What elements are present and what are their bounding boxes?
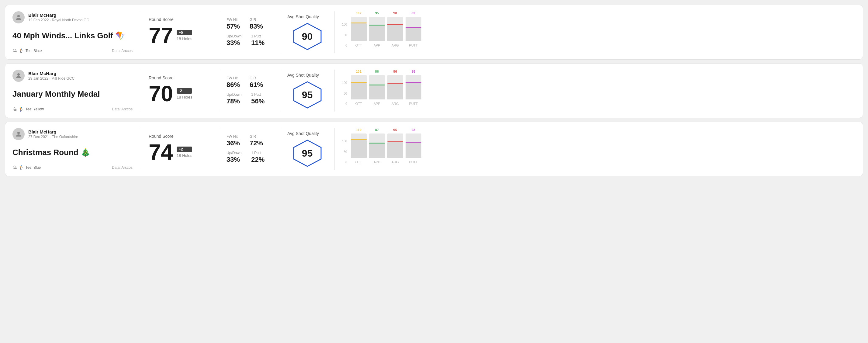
user-row: Blair McHarg29 Jan 2022 · Mill Ride GCC <box>12 70 132 82</box>
data-source-label: Data: Arccos <box>112 49 132 53</box>
bar-fill <box>351 23 367 41</box>
round-card-round-3: Blair McHarg27 Dec 2021 · The Oxfordshir… <box>5 122 863 176</box>
bar-group: 93PUTT <box>406 128 422 164</box>
user-name: Blair McHarg <box>28 71 74 76</box>
up-down-stat: Up/Down 78% <box>226 92 241 105</box>
bar-group: 86APP <box>369 70 385 105</box>
stats-section: FW Hit 86% GIR 61% Up/Down 78% 1 Putt 56… <box>219 70 280 112</box>
bar-line <box>388 24 403 25</box>
quality-section: Avg Shot Quality 95 <box>280 70 335 112</box>
bar-group: 98ARG <box>388 11 403 47</box>
chart-section: 100500101OTT86APP96ARG99PUTT <box>335 70 856 112</box>
y-axis-label: 100 <box>342 81 347 85</box>
bar-group: 95ARG <box>388 128 403 164</box>
user-row: Blair McHarg27 Dec 2021 · The Oxfordshir… <box>12 128 132 140</box>
y-axis-label: 0 <box>342 102 347 105</box>
y-axis-label: 100 <box>342 23 347 26</box>
holes-label: 18 Holes <box>177 95 192 99</box>
bar-group: 87APP <box>369 128 385 164</box>
bar-fill <box>369 86 385 99</box>
stat-pair-top: FW Hit 57% GIR 83% <box>226 18 272 30</box>
score-badge: -2 <box>177 88 192 94</box>
bottom-row: 🌤 🏌 Tee: YellowData: Arccos <box>12 107 132 112</box>
bar-fill <box>406 143 422 158</box>
data-source-label: Data: Arccos <box>112 107 132 111</box>
user-name: Blair McHarg <box>28 12 89 18</box>
one-putt-stat: 1 Putt 22% <box>251 151 265 164</box>
gir-stat: GIR 72% <box>250 134 263 147</box>
fw-hit-label: FW Hit <box>226 76 240 80</box>
tee-label: Tee: Blue <box>26 165 41 170</box>
tee-info: 🌤 🏌 Tee: Yellow <box>12 107 44 112</box>
fw-hit-stat: FW Hit 57% <box>226 18 240 30</box>
one-putt-label: 1 Putt <box>251 92 265 97</box>
score-badge-column: +518 Holes <box>177 30 192 41</box>
user-info: Blair McHarg27 Dec 2021 · The Oxfordshir… <box>28 129 78 139</box>
bar-x-label: ARG <box>392 102 399 105</box>
stat-pair-bottom: Up/Down 33% 1 Putt 22% <box>226 151 272 164</box>
up-down-label: Up/Down <box>226 34 241 38</box>
bar-line <box>351 23 367 23</box>
bar-wrapper <box>388 17 403 41</box>
one-putt-label: 1 Putt <box>251 34 265 38</box>
bar-group: 101OTT <box>351 70 367 105</box>
round-score-label: Round Score <box>149 17 210 22</box>
fw-hit-label: FW Hit <box>226 134 240 139</box>
fw-hit-stat: FW Hit 36% <box>226 134 240 147</box>
bottom-row: 🌤 🏌 Tee: BlackData: Arccos <box>12 48 132 53</box>
bar-chart: 100500110OTT87APP95ARG93PUTT <box>342 128 856 170</box>
rounds-container: Blair McHarg12 Feb 2022 · Royal North De… <box>5 5 863 176</box>
stat-pair-top: FW Hit 36% GIR 72% <box>226 134 272 147</box>
date-course: 29 Jan 2022 · Mill Ride GCC <box>28 76 74 81</box>
bar-value-label: 99 <box>412 70 415 73</box>
one-putt-value: 11% <box>251 39 265 47</box>
score-badge-column: -218 Holes <box>177 88 192 99</box>
data-source-label: Data: Arccos <box>112 165 132 170</box>
bar-line <box>406 82 422 83</box>
bar-x-label: OTT <box>355 160 362 164</box>
tee-label: Tee: Black <box>26 49 42 53</box>
y-axis: 100500 <box>342 81 347 105</box>
bar-fill <box>388 84 403 99</box>
one-putt-label: 1 Putt <box>251 151 265 155</box>
left-section: Blair McHarg27 Dec 2021 · The Oxfordshir… <box>12 128 140 170</box>
bar-wrapper <box>388 75 403 99</box>
avatar <box>12 11 25 23</box>
bag-icon: 🏌 <box>19 165 24 170</box>
bar-chart: 100500101OTT86APP96ARG99PUTT <box>342 70 856 112</box>
bar-value-label: 110 <box>356 128 362 132</box>
bar-fill <box>369 26 385 41</box>
score-badge-column: +218 Holes <box>177 147 192 158</box>
bar-x-label: PUTT <box>409 43 418 47</box>
bar-x-label: APP <box>374 102 380 105</box>
quality-label: Avg Shot Quality <box>287 73 319 77</box>
quality-section: Avg Shot Quality 95 <box>280 128 335 170</box>
gir-stat: GIR 83% <box>250 18 263 30</box>
y-axis-label: 0 <box>342 44 347 47</box>
round-title: 40 Mph Winds... Links Golf 🪁 <box>12 31 132 40</box>
stats-section: FW Hit 36% GIR 72% Up/Down 33% 1 Putt 22… <box>219 128 280 170</box>
hexagon-container: 90 <box>292 23 322 50</box>
avatar <box>12 70 25 82</box>
score-badge: +5 <box>177 30 192 35</box>
stats-section: FW Hit 57% GIR 83% Up/Down 33% 1 Putt 11… <box>219 11 280 53</box>
quality-score: 90 <box>302 31 313 42</box>
date-course: 27 Dec 2021 · The Oxfordshire <box>28 135 78 139</box>
bar-wrapper <box>369 75 385 99</box>
bar-group: 95APP <box>369 11 385 47</box>
round-score-label: Round Score <box>149 75 210 80</box>
y-axis-label: 50 <box>342 92 347 95</box>
score-row: 74+218 Holes <box>149 141 210 163</box>
bar-value-label: 101 <box>356 70 362 73</box>
user-name: Blair McHarg <box>28 129 78 134</box>
gir-value: 61% <box>250 81 263 89</box>
bar-group: 82PUTT <box>406 11 422 47</box>
svg-point-2 <box>17 73 20 76</box>
bar-wrapper <box>406 17 422 41</box>
up-down-value: 78% <box>226 97 241 105</box>
user-row: Blair McHarg12 Feb 2022 · Royal North De… <box>12 11 132 23</box>
gir-label: GIR <box>250 18 263 22</box>
left-section: Blair McHarg29 Jan 2022 · Mill Ride GCCJ… <box>12 70 140 112</box>
weather-icon: 🌤 <box>12 48 17 53</box>
bar-line <box>406 142 422 143</box>
